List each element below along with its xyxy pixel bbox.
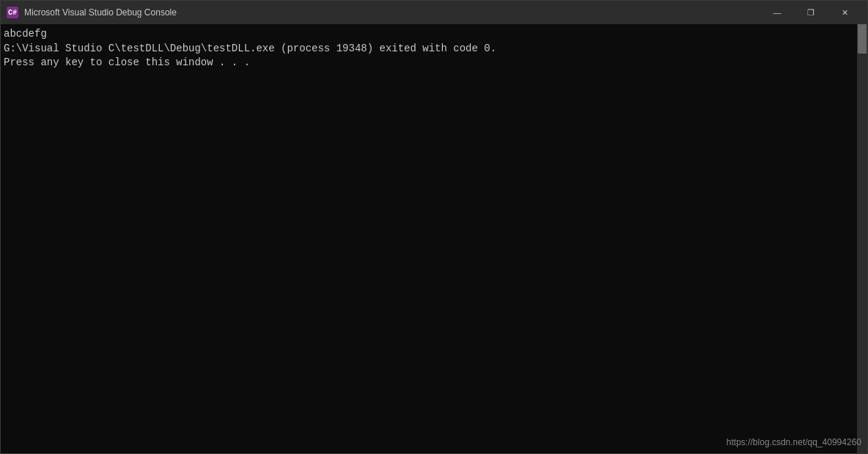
- vertical-scrollbar[interactable]: [857, 24, 867, 453]
- title-bar-left: C# Microsoft Visual Studio Debug Console: [7, 7, 177, 18]
- console-area: abcdefg G:\Visual Studio C\testDLL\Debug…: [1, 24, 867, 453]
- close-button[interactable]: ✕: [828, 1, 861, 24]
- title-bar: C# Microsoft Visual Studio Debug Console…: [1, 1, 867, 24]
- watermark: https://blog.csdn.net/qq_40994260: [727, 437, 861, 447]
- maximize-button[interactable]: ❐: [794, 1, 828, 24]
- window-title: Microsoft Visual Studio Debug Console: [24, 7, 177, 18]
- console-output: abcdefg G:\Visual Studio C\testDLL\Debug…: [1, 24, 857, 453]
- console-line-1: abcdefg: [4, 27, 854, 42]
- console-line-3: Press any key to close this window . . .: [4, 56, 854, 70]
- scrollbar-thumb[interactable]: [858, 24, 867, 54]
- console-line-2: G:\Visual Studio C\testDLL\Debug\testDLL…: [4, 42, 854, 56]
- app-icon: C#: [7, 7, 18, 18]
- console-window: C# Microsoft Visual Studio Debug Console…: [0, 0, 868, 454]
- window-controls: — ❐ ✕: [760, 1, 861, 24]
- minimize-button[interactable]: —: [760, 1, 794, 24]
